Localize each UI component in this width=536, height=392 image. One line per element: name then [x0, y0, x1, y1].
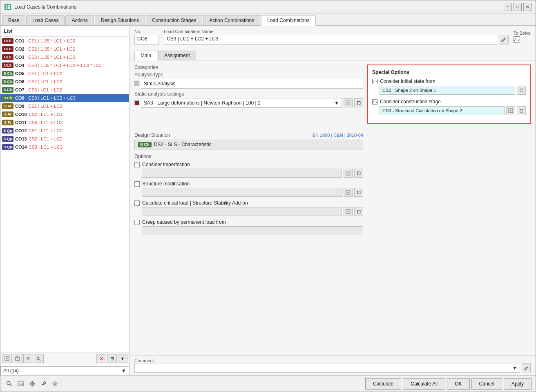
list-item[interactable]: S FrCO11CS3 | LC1 + LC2 [0, 118, 129, 127]
critical-load-copy-button[interactable] [354, 207, 363, 216]
calculate-all-button[interactable]: Calculate All [403, 378, 445, 390]
critical-load-field[interactable] [142, 207, 342, 216]
list-item[interactable]: ULSCO2CS2 | 1.35 * LC1 + LC2 [0, 45, 129, 53]
name-input[interactable]: CS3 | LC1 + LC2 + LC3 [164, 35, 497, 45]
list-item[interactable]: S QpCO13CS2 | LC1 + LC2 [0, 135, 129, 143]
tab-design-situations[interactable]: Design Situations [95, 15, 145, 25]
option-critical-load-label-row: Calculate critical load | Structure Stab… [134, 200, 363, 206]
list-item[interactable]: S ChCO8CS3 | LC1 + LC2 + LC3 [0, 94, 129, 102]
filter-dropdown[interactable]: All (14) ▼ [0, 366, 129, 375]
list-item[interactable]: S ChCO6CS2 | LC1 + LC2 [0, 78, 129, 86]
consider-construction-stage-field[interactable]: CS3 - Structural Calculation on Shape 2 [380, 106, 505, 115]
filter2-button[interactable] [34, 354, 44, 363]
creep-checkbox[interactable] [134, 220, 140, 225]
static-settings-copy-button[interactable] [354, 98, 363, 107]
minimize-button[interactable]: ─ [504, 3, 512, 11]
inner-tab-assignment[interactable]: Assignment [158, 51, 196, 60]
delete-button[interactable]: ✕ [96, 354, 106, 363]
analysis-type-value[interactable]: Static Analysis [141, 79, 363, 89]
calculate-critical-load-checkbox[interactable] [134, 200, 140, 206]
list-item[interactable]: ULSCO1CS1 | 1.35 * LC1 + LC2 [0, 37, 129, 45]
list-item[interactable]: S QpCO12CS1 | LC1 + LC2 [0, 127, 129, 135]
consider-imperfection-checkbox[interactable] [134, 162, 140, 167]
filter-button[interactable] [23, 354, 33, 363]
imperfection-field[interactable] [142, 169, 342, 178]
list-item[interactable]: S FrCO9CS1 | LC1 + LC2 [0, 102, 129, 110]
badge-sch: S Ch [2, 71, 13, 76]
list-item[interactable]: S ChCO7CS3 | LC1 + LC2 [0, 86, 129, 94]
svg-rect-15 [357, 102, 360, 105]
svg-rect-19 [357, 172, 360, 175]
design-situation-badge: S Ch [138, 142, 152, 147]
maximize-button[interactable]: □ [514, 3, 522, 11]
consider-initial-state-field[interactable]: CS2 - Shape 2 on Shape 1 [380, 86, 515, 95]
edit-name-button[interactable] [499, 35, 509, 45]
item-id: CO12 [15, 128, 27, 133]
settings-icon-button[interactable] [50, 379, 60, 389]
construction-stage-copy-button2[interactable] [517, 106, 526, 115]
badge-uls: ULS [2, 62, 13, 68]
no-label: No. [134, 29, 159, 34]
inner-tab-main[interactable]: Main [134, 51, 157, 60]
critical-load-new-button[interactable] [344, 207, 353, 216]
grid-button[interactable]: ⊞ [107, 354, 117, 363]
svg-rect-23 [357, 191, 360, 194]
calculate-critical-load-label: Calculate critical load | Structure Stab… [142, 200, 248, 206]
badge-sop: S Qp [2, 136, 13, 142]
option-imperfection-input-row [134, 169, 363, 178]
comment-edit-button[interactable] [522, 363, 531, 372]
badge-uls: ULS [2, 54, 13, 60]
calculate-button[interactable]: Calculate [365, 378, 401, 390]
list-item[interactable]: S QpCO14CS3 | LC1 + LC2 [0, 143, 129, 151]
value-display-button[interactable]: 0.00 [16, 379, 26, 389]
ok-button[interactable]: OK [447, 378, 469, 390]
item-id: CO5 [15, 71, 27, 76]
structure-mod-field[interactable] [142, 188, 342, 197]
grid-arrow-button[interactable]: ▼ [118, 354, 127, 363]
no-input[interactable]: CO8 [134, 35, 159, 45]
structure-modification-label: Structure modification [142, 181, 190, 187]
static-settings-new-button[interactable] [344, 98, 353, 107]
design-situation-value[interactable]: S Ch DS2 - SLS - Characteristic [134, 140, 363, 149]
list-item[interactable]: S FrCO10CS2 | LC1 + LC2 [0, 110, 129, 118]
tab-actions[interactable]: Actions [65, 15, 94, 25]
imperfection-copy-button[interactable] [354, 169, 363, 178]
tab-load-combinations[interactable]: Load Combinations [261, 15, 315, 26]
categories-content: Analysis type Static Analysis [134, 72, 363, 89]
svg-rect-0 [6, 5, 7, 7]
move-icon-button[interactable] [27, 379, 37, 389]
item-formula: CS3 | 1.35 * LC1 + LC2 + 1.50 * LC3 [28, 63, 102, 68]
consider-construction-stage-label: Consider construction stage [380, 99, 441, 105]
link-icon-button[interactable] [39, 379, 49, 389]
initial-state-copy-button[interactable] [517, 86, 526, 95]
tab-action-combinations[interactable]: Action Combinations [203, 15, 260, 25]
consider-construction-stage-checkbox[interactable]: ✓ [372, 99, 377, 105]
cancel-button[interactable]: Cancel [471, 378, 502, 390]
structure-mod-copy-button[interactable] [354, 188, 363, 197]
tab-load-cases[interactable]: Load Cases [26, 15, 65, 25]
imperfection-new-button[interactable] [344, 169, 353, 178]
static-settings-dropdown[interactable]: SA3 - Large deformations | Newton-Raphso… [141, 98, 342, 108]
list-item[interactable]: S ChCO5CS1 | LC1 + LC2 [0, 69, 129, 78]
tab-base[interactable]: Base [2, 15, 25, 25]
close-button[interactable]: ✕ [523, 3, 532, 11]
bottom-bar: 0.00 Calculate Calculate All OK Cancel A… [0, 375, 536, 392]
search-icon-button[interactable] [4, 379, 14, 389]
structure-mod-new-button[interactable] [344, 188, 353, 197]
open-item-button[interactable] [13, 354, 22, 363]
list-item[interactable]: ULSCO3CS3 | 1.35 * LC1 + LC2 [0, 53, 129, 61]
structure-modification-checkbox[interactable] [134, 181, 140, 187]
tab-construction-stages[interactable]: Construction Stages [146, 15, 202, 25]
list-item[interactable]: ULSCO4CS3 | 1.35 * LC1 + LC2 + 1.50 * LC… [0, 61, 129, 69]
to-solve-checkbox[interactable]: ✓ [514, 36, 520, 43]
consider-initial-state-checkbox[interactable]: ✓ [372, 79, 377, 84]
construction-stage-copy-button1[interactable] [506, 106, 515, 115]
apply-button[interactable]: Apply [504, 378, 532, 390]
right-panel: No. CO8 Load Combination Name CS3 | LC1 … [130, 26, 536, 375]
creep-field[interactable] [142, 226, 363, 235]
new-item-button[interactable] [2, 354, 12, 363]
categories-section: Categories Analysis type Static Analysis [134, 65, 363, 108]
comment-dropdown[interactable]: ▼ [134, 363, 520, 373]
item-id: CO13 [15, 136, 27, 141]
design-situation-ref: EN 1990 | CEN | 2010-04 [313, 133, 363, 138]
